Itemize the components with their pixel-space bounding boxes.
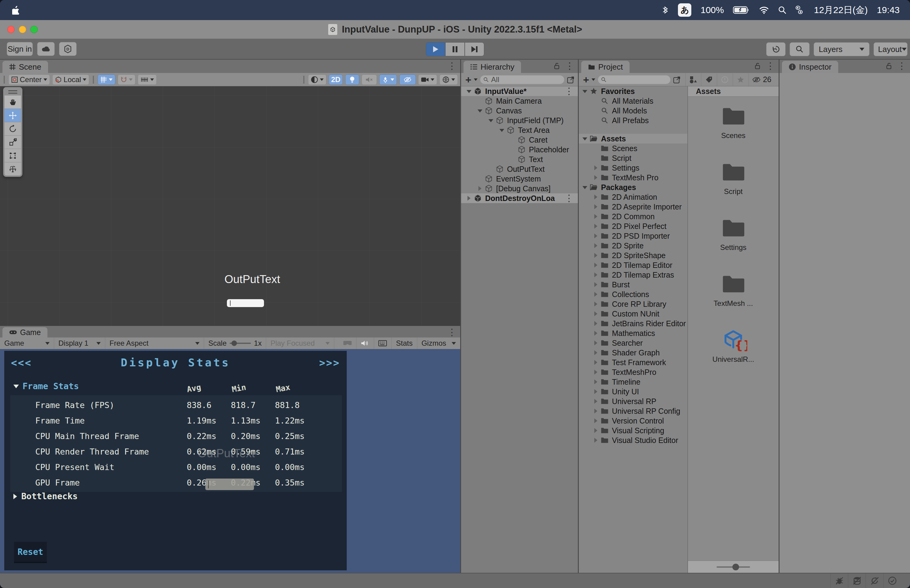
expand-arrow-icon[interactable] — [592, 387, 600, 396]
scene-lighting-button[interactable] — [345, 74, 359, 85]
project-tree-row[interactable]: All Prefabs — [579, 116, 687, 125]
snap-increment-button[interactable] — [118, 74, 135, 85]
apple-menu-icon[interactable] — [11, 5, 21, 15]
expand-arrow-icon[interactable] — [592, 173, 600, 183]
transform-tool-button[interactable] — [5, 162, 21, 175]
overlay-drag-handle[interactable] — [5, 89, 21, 95]
scale-slider-thumb[interactable] — [231, 341, 237, 346]
project-tree-row[interactable]: Visual Studio Editor — [579, 435, 687, 445]
asset-item[interactable]: {} Script — [719, 160, 748, 216]
project-tree-row[interactable]: All Materials — [579, 96, 687, 106]
rect-tool-button[interactable] — [5, 149, 21, 162]
grid-snap-button[interactable] — [98, 74, 115, 85]
mute-audio-button[interactable] — [356, 338, 374, 349]
pause-button[interactable] — [445, 42, 465, 56]
hierarchy-row[interactable]: Placeholder — [461, 145, 578, 155]
search-by-label-icon[interactable] — [701, 73, 717, 86]
row-kebab-icon[interactable]: ⋮ — [564, 194, 574, 203]
draw-mode-dropdown[interactable] — [308, 74, 327, 85]
game-input-field[interactable] — [205, 478, 254, 490]
expand-arrow-icon[interactable] — [592, 241, 600, 250]
hierarchy-menu-kebab-icon[interactable]: ⋮ — [565, 61, 574, 71]
zoom-window-button[interactable] — [31, 26, 38, 33]
project-tree-row[interactable]: Shader Graph — [579, 348, 687, 357]
debugger-disabled-icon[interactable] — [830, 573, 848, 588]
lock-icon[interactable] — [886, 62, 892, 69]
project-tree-row[interactable]: Settings — [579, 163, 687, 173]
expand-arrow-icon[interactable] — [592, 406, 600, 416]
scene-menu-kebab-icon[interactable]: ⋮ — [448, 61, 456, 71]
expand-arrow-icon[interactable] — [581, 183, 589, 192]
frame-stats-foldout[interactable]: Frame Stats — [13, 381, 79, 391]
project-tree-row[interactable]: 2D Tilemap Extras — [579, 270, 687, 280]
hierarchy-row[interactable]: Canvas — [461, 106, 578, 116]
asset-item[interactable]: {} Scenes — [719, 104, 748, 160]
project-tree-row[interactable]: Visual Scripting — [579, 426, 687, 435]
add-gameobject-button[interactable]: + — [466, 74, 472, 85]
project-search-input[interactable] — [598, 75, 671, 84]
project-tree-row[interactable]: TextMesh Pro — [579, 173, 687, 183]
hidden-count[interactable]: 26 — [748, 73, 775, 86]
display-dropdown[interactable]: Display 1 — [54, 338, 105, 349]
version-control-button[interactable]: D — [59, 42, 77, 56]
project-tree-row[interactable]: 2D PSD Importer — [579, 231, 687, 241]
vr-toggle-button[interactable] — [339, 338, 356, 349]
measure-tool-button[interactable] — [138, 74, 157, 85]
project-tree-row[interactable]: 2D SpriteShape — [579, 250, 687, 260]
cache-server-disabled-icon[interactable] — [848, 573, 866, 588]
aspect-dropdown[interactable]: Free Aspect — [105, 338, 204, 349]
gizmos-dropdown-game[interactable]: Gizmos — [417, 338, 460, 349]
rotate-tool-button[interactable] — [5, 122, 21, 135]
close-window-button[interactable] — [7, 26, 15, 33]
scene-visibility-button[interactable] — [399, 74, 416, 85]
lock-icon[interactable] — [554, 62, 560, 69]
bluetooth-icon[interactable] — [661, 5, 669, 15]
expand-arrow-icon[interactable] — [592, 309, 600, 318]
hierarchy-row[interactable]: EventSystem — [461, 174, 578, 184]
save-search-star-icon[interactable] — [733, 73, 748, 86]
project-tree-row[interactable]: Core RP Library — [579, 299, 687, 309]
expand-arrow-icon[interactable] — [592, 426, 600, 435]
menubar-time[interactable]: 19:43 — [877, 5, 900, 15]
auto-refresh-disabled-icon[interactable] — [866, 573, 883, 588]
expand-arrow-icon[interactable] — [476, 106, 484, 116]
stats-toggle-button[interactable]: Stats — [392, 338, 417, 349]
hierarchy-row[interactable]: Caret — [461, 135, 578, 145]
tab-project[interactable]: Project — [581, 61, 630, 73]
expand-arrow-icon[interactable] — [592, 270, 600, 280]
search-everything-button[interactable] — [790, 42, 810, 56]
game-viewport[interactable]: <<< Display Stats >>> Frame Stats Avg Mi… — [0, 349, 460, 573]
menubar-date[interactable]: 12月22日(金) — [814, 4, 868, 16]
thumbnail-size-slider[interactable] — [716, 566, 750, 568]
expand-arrow-icon[interactable] — [592, 289, 600, 299]
project-tree-row[interactable]: 2D Aseprite Importer — [579, 202, 687, 212]
scale-slider[interactable] — [230, 342, 251, 344]
scene-viewport[interactable]: OutPutText — [0, 86, 460, 326]
expand-arrow-icon[interactable] — [592, 299, 600, 309]
activity-ok-icon[interactable] — [883, 573, 901, 588]
play-focused-dropdown[interactable]: Play Focused — [266, 338, 334, 349]
project-tree-row[interactable]: Scenes — [579, 144, 687, 153]
project-tree-row[interactable]: Timeline — [579, 377, 687, 387]
expand-arrow-icon[interactable] — [466, 86, 473, 96]
project-tree-row[interactable]: Script — [579, 153, 687, 163]
input-method-icon[interactable]: あ — [678, 3, 691, 17]
project-tree-row[interactable]: Mathematics — [579, 328, 687, 338]
expand-arrow-icon[interactable] — [592, 221, 600, 231]
hierarchy-empty-area[interactable] — [461, 203, 578, 573]
expand-arrow-icon[interactable] — [592, 396, 600, 406]
chevron-down-icon[interactable] — [592, 78, 595, 81]
project-tree-row[interactable]: 2D Common — [579, 212, 687, 221]
asset-item[interactable]: {} TextMesh ... — [713, 272, 753, 328]
asset-item[interactable]: {} Settings — [719, 216, 748, 272]
expand-arrow-icon[interactable] — [592, 318, 600, 328]
scene-audio-button[interactable] — [362, 74, 377, 85]
sign-in-button[interactable]: Sign in — [7, 42, 33, 56]
slider-thumb[interactable] — [732, 564, 739, 570]
wifi-icon[interactable] — [759, 6, 769, 14]
project-tree-row[interactable]: Universal RP — [579, 396, 687, 406]
expand-arrow-icon[interactable] — [592, 231, 600, 241]
expand-arrow-icon[interactable] — [592, 163, 600, 173]
project-tree-row[interactable]: Favorites — [579, 86, 687, 96]
2d-mode-button[interactable]: 2D — [329, 74, 343, 85]
